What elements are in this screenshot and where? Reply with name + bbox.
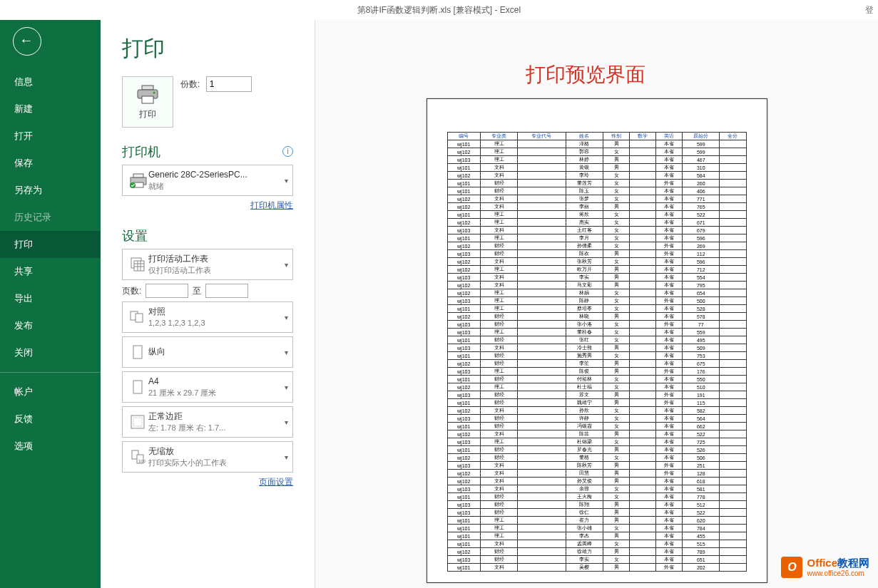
dropdown-caret-icon: ▾ bbox=[285, 453, 288, 461]
menu-divider bbox=[0, 372, 101, 373]
table-row: wj103文科陈秋芳男外省251 bbox=[447, 462, 746, 470]
margins-select[interactable]: 正常边距 左: 1.78 厘米 右: 1.7... ▾ bbox=[122, 406, 293, 438]
collate-icon bbox=[127, 309, 148, 325]
table-header: 姓名 bbox=[566, 133, 603, 140]
menu-new[interactable]: 新建 bbox=[0, 96, 101, 123]
menu-export[interactable]: 导出 bbox=[0, 285, 101, 312]
margins-icon bbox=[127, 414, 148, 430]
scaling-select[interactable]: 100 无缩放 打印实际大小的工作表 ▾ bbox=[122, 441, 293, 473]
printer-select[interactable]: Generic 28C-2SeriesPC... 就绪 ▾ bbox=[122, 165, 293, 196]
scope-title: 打印活动工作表 bbox=[148, 254, 282, 265]
menu-publish[interactable]: 发布 bbox=[0, 312, 101, 339]
printer-info-icon[interactable]: i bbox=[282, 146, 293, 157]
svg-rect-0 bbox=[142, 86, 153, 90]
svg-rect-9 bbox=[134, 261, 144, 271]
table-row: wj103财经许静女本省564 bbox=[447, 415, 746, 423]
table-row: wj103文科王红客女本省679 bbox=[447, 227, 746, 234]
print-preview-area: 打印预览界面 编号专业类专业代号姓名性别数学英语原始分全分 wj101理工泽格男… bbox=[315, 20, 878, 588]
table-row: wj102财经孙倩柔女外省269 bbox=[447, 242, 746, 250]
table-row: wj102文科李玲女本省584 bbox=[447, 172, 746, 180]
menu-account[interactable]: 帐户 bbox=[0, 378, 101, 406]
table-row: wj102文科孙欣女本省582 bbox=[447, 407, 746, 415]
table-row: wj102理工林娟女本省654 bbox=[447, 289, 746, 297]
menu-print[interactable]: 打印 bbox=[0, 231, 101, 258]
table-row: wj103财经苏文男外省191 bbox=[447, 391, 746, 399]
app-title: 第8讲IF函数逻辑判断.xls [兼容模式] - Excel bbox=[357, 5, 521, 15]
table-row: wj101文科吴樱男外省202 bbox=[447, 564, 746, 572]
table-row: wj101理工李杰男本省455 bbox=[447, 532, 746, 540]
table-row: wj103文科余琼女本省581 bbox=[447, 485, 746, 493]
main-container: 信息 新建 打开 保存 另存为 历史记录 打印 共享 导出 发布 关闭 帐户 反… bbox=[0, 20, 878, 588]
svg-rect-2 bbox=[142, 96, 153, 103]
table-row: wj102理工郭容女本省599 bbox=[447, 148, 746, 156]
dropdown-caret-icon: ▾ bbox=[285, 418, 288, 426]
paper-select[interactable]: A4 21 厘米 x 29.7 厘米 ▾ bbox=[122, 371, 293, 403]
pages-from-input[interactable] bbox=[146, 284, 188, 298]
table-row: wj101理工蔡培苓女本省528 bbox=[447, 305, 746, 313]
table-header: 英语 bbox=[656, 133, 683, 140]
menu-feedback[interactable]: 反馈 bbox=[0, 406, 101, 433]
pages-label: 页数: bbox=[122, 285, 141, 297]
menu-open[interactable]: 打开 bbox=[0, 123, 101, 150]
menu-info[interactable]: 信息 bbox=[0, 68, 101, 96]
title-right: 登 bbox=[865, 4, 874, 16]
svg-rect-5 bbox=[133, 174, 143, 177]
scaling-title: 无缩放 bbox=[148, 446, 282, 458]
collate-select[interactable]: 对照 1,2,3 1,2,3 1,2,3 ▾ bbox=[122, 301, 293, 333]
orientation-select[interactable]: 纵向 ▾ bbox=[122, 336, 293, 368]
table-row: wj103理工林婷男本省467 bbox=[447, 156, 746, 164]
print-settings-panel: 打印 打印 份数: 打印机 i bbox=[101, 20, 315, 588]
page-title: 打印 bbox=[122, 34, 293, 63]
printer-properties-link[interactable]: 打印机属性 bbox=[122, 200, 293, 212]
table-row: wj102文科张秋芳女本省596 bbox=[447, 258, 746, 266]
menu-history[interactable]: 历史记录 bbox=[0, 204, 101, 231]
preview-table: 编号专业类专业代号姓名性别数学英语原始分全分 wj101理工泽格男本省599wj… bbox=[447, 132, 747, 572]
table-row: wj102文科张梦女本省771 bbox=[447, 195, 746, 203]
copies-input[interactable] bbox=[206, 76, 252, 92]
back-button[interactable] bbox=[13, 27, 41, 56]
scaling-sub: 打印实际大小的工作表 bbox=[148, 458, 282, 468]
settings-section-title: 设置 bbox=[122, 227, 293, 244]
pages-to-input[interactable] bbox=[205, 284, 248, 298]
menu-save[interactable]: 保存 bbox=[0, 150, 101, 177]
table-row: wj101财经董莲芳女外省260 bbox=[447, 180, 746, 187]
svg-point-3 bbox=[153, 92, 155, 94]
table-header: 编号 bbox=[447, 133, 480, 140]
table-row: wj101财经施秀男女本省753 bbox=[447, 352, 746, 360]
pages-range: 页数: 至 bbox=[122, 284, 293, 298]
table-row: wj102文科孙艾俊男本省618 bbox=[447, 478, 746, 485]
table-header: 原始分 bbox=[683, 133, 720, 140]
watermark-url: www.office26.com bbox=[807, 569, 869, 577]
table-row: wj103文科冷士熊男本省509 bbox=[447, 344, 746, 352]
content-area: 打印 打印 份数: 打印机 i bbox=[101, 20, 878, 588]
page-preview: 编号专业类专业代号姓名性别数学英语原始分全分 wj101理工泽格男本省599wj… bbox=[427, 98, 767, 583]
table-row: wj101文科孟英峰女本省515 bbox=[447, 540, 746, 548]
annotation-text: 打印预览界面 bbox=[526, 61, 645, 88]
menu-close[interactable]: 关闭 bbox=[0, 339, 101, 366]
backstage-sidebar: 信息 新建 打开 保存 另存为 历史记录 打印 共享 导出 发布 关闭 帐户 反… bbox=[0, 20, 101, 588]
printer-status: 就绪 bbox=[148, 181, 282, 191]
table-row: wj101理工蒋欣女本省522 bbox=[447, 211, 746, 219]
menu-share[interactable]: 共享 bbox=[0, 258, 101, 285]
table-row: wj103财经陈翔男本省512 bbox=[447, 501, 746, 509]
watermark: O Office教程网 www.office26.com bbox=[781, 557, 869, 578]
printer-icon bbox=[135, 84, 160, 105]
svg-rect-16 bbox=[133, 346, 142, 359]
table-row: wj102理工杜士福女本省510 bbox=[447, 383, 746, 391]
table-row: wj103理工杜锦梁女本省725 bbox=[447, 438, 746, 446]
print-button[interactable]: 打印 bbox=[122, 76, 173, 128]
menu-options[interactable]: 选项 bbox=[0, 433, 101, 460]
table-row: wj103文科李实男本省554 bbox=[447, 274, 746, 282]
page-setup-link[interactable]: 页面设置 bbox=[122, 476, 293, 488]
paper-icon bbox=[127, 379, 148, 395]
table-row: wj102文科田慧男外省128 bbox=[447, 470, 746, 478]
menu-saveas[interactable]: 另存为 bbox=[0, 177, 101, 204]
sheets-icon bbox=[127, 257, 148, 272]
collate-title: 对照 bbox=[148, 306, 282, 318]
svg-rect-17 bbox=[133, 381, 142, 393]
print-scope-select[interactable]: 打印活动工作表 仅打印活动工作表 ▾ bbox=[122, 249, 293, 280]
table-header: 专业代号 bbox=[518, 133, 566, 140]
watermark-title: Office教程网 bbox=[807, 557, 869, 569]
table-row: wj101财经罗春光男本省526 bbox=[447, 446, 746, 454]
table-row: wj102财经董格女本省506 bbox=[447, 454, 746, 462]
